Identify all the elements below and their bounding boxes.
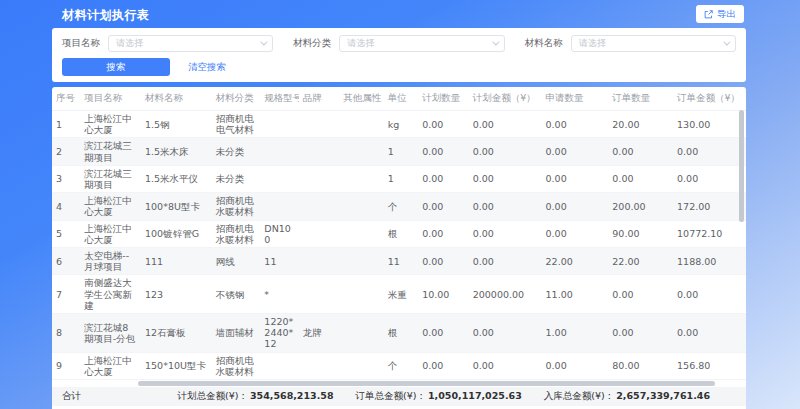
cell: 上海松江中心大厦 (80, 220, 141, 247)
table-panel: 序号项目名称材料名称材料分类规格型号品牌其他属性单位计划数量计划金额（¥）申请数… (52, 87, 746, 409)
column-header: 计划金额（¥） (469, 87, 542, 111)
page-title: 材料计划执行表 (62, 7, 150, 24)
cell: 111 (141, 248, 212, 275)
summary-total: 订单总金额(¥)：1,050,117,025.63 (356, 390, 522, 403)
cell: 根 (384, 314, 418, 353)
cell: 130.00 (673, 111, 746, 138)
cell: 网线 (212, 248, 261, 275)
summary-total: 计划总金额(¥)：354,568,213.58 (178, 390, 334, 403)
cell: 100*8U型卡 (141, 193, 212, 220)
cell: 1.5米木床 (141, 138, 212, 165)
summary-row: 合计 计划总金额(¥)：354,568,213.58 订单总金额(¥)：1,05… (52, 387, 746, 406)
export-icon (704, 10, 713, 19)
search-button[interactable]: 搜索 (62, 58, 170, 76)
table-row: 3滨江花城三期项目1.5米水平仪未分类10.000.000.000.000.00 (52, 165, 746, 192)
cell: 招商机电 水暖材料 (212, 193, 261, 220)
cell (339, 193, 384, 220)
cell: 0.00 (418, 248, 469, 275)
cell: 未分类 (212, 165, 261, 192)
cell: 0.00 (469, 248, 542, 275)
filter-select-2[interactable]: 请选择 (571, 35, 736, 52)
cell: 5 (52, 220, 80, 247)
filter-select-1[interactable]: 请选择 (339, 35, 504, 52)
table-row: 5上海松江中心大厦100镀锌管G招商机电 水暖材料DN100根0.000.000… (52, 220, 746, 247)
cell: 10772.10 (673, 220, 746, 247)
cell: 0.00 (418, 352, 469, 379)
cell: 0.00 (542, 138, 609, 165)
cell: 1.5米水平仪 (141, 165, 212, 192)
total-label: 订单总金额(¥)： (356, 390, 426, 401)
table-body: 1上海松江中心大厦1.5钢招商机电 电气材料kg0.000.000.0020.0… (52, 111, 746, 380)
cell: 0.00 (673, 314, 746, 353)
table-row: 7南侧盛达大学生公寓新建123不锈钢*米重10.00200000.0011.00… (52, 275, 746, 314)
cell: 22.00 (542, 248, 609, 275)
cell: 南侧盛达大学生公寓新建 (80, 275, 141, 314)
column-header: 订单数量 (608, 87, 673, 111)
cell: 太空电梯--月球项目 (80, 248, 141, 275)
cell: 0.00 (418, 193, 469, 220)
cell: 0.00 (418, 111, 469, 138)
cell (260, 193, 298, 220)
cell: 未分类 (212, 138, 261, 165)
column-header: 计划数量 (418, 87, 469, 111)
column-header: 序号 (52, 87, 80, 111)
cell: 滨江花城8期项目-分包 (80, 314, 141, 353)
cell: 0.00 (542, 220, 609, 247)
table-row: 8滨江花城8期项目-分包12石膏板墙面辅材1220*2440*12龙牌根0.00… (52, 314, 746, 353)
cell: kg (384, 111, 418, 138)
select-placeholder: 请选择 (579, 37, 606, 50)
cell: 1.5钢 (141, 111, 212, 138)
filter-select-0[interactable]: 请选择 (108, 35, 273, 52)
filter-group-1: 材料分类 请选择 (293, 35, 504, 52)
cell: 招商机电 电气材料 (212, 111, 261, 138)
cell (299, 352, 339, 379)
select-placeholder: 请选择 (116, 37, 143, 50)
filter-label: 项目名称 (62, 37, 100, 50)
chevron-down-icon (492, 39, 499, 46)
cell (260, 111, 298, 138)
cell: 1220*2440*12 (260, 314, 298, 353)
cell: 3 (52, 165, 80, 192)
cell: 1 (384, 138, 418, 165)
filter-panel: 项目名称 请选择 材料分类 请选择 材料名称 请选择 搜索 清空搜索 (52, 28, 746, 82)
column-header: 品牌 (299, 87, 339, 111)
vertical-scrollbar[interactable] (739, 110, 744, 222)
cell (339, 275, 384, 314)
cell: 墙面辅材 (212, 314, 261, 353)
horizontal-scrollbar-track (55, 381, 743, 386)
cell: 123 (141, 275, 212, 314)
cell (339, 352, 384, 379)
cell: 4 (52, 193, 80, 220)
cell: 10.00 (418, 275, 469, 314)
column-header: 规格型号 (260, 87, 298, 111)
clear-search-link[interactable]: 清空搜索 (188, 61, 226, 74)
cell: 172.00 (673, 193, 746, 220)
filter-row: 项目名称 请选择 材料分类 请选择 材料名称 请选择 (62, 35, 736, 52)
cell: 22.00 (608, 248, 673, 275)
cell: 0.00 (418, 220, 469, 247)
cell: 0.00 (469, 314, 542, 353)
cell (299, 193, 339, 220)
cell: 米重 (384, 275, 418, 314)
cell: 0.00 (469, 352, 542, 379)
total-value: 1,050,117,025.63 (428, 390, 522, 401)
cell: 上海松江中心大厦 (80, 352, 141, 379)
cell: 0.00 (673, 138, 746, 165)
cell (339, 138, 384, 165)
cell: 招商机电 水暖材料 (212, 352, 261, 379)
cell (339, 111, 384, 138)
table-row: 9上海松江中心大厦150*10U型卡招商机电 水暖材料个0.000.000.00… (52, 352, 746, 379)
materials-table: 序号项目名称材料名称材料分类规格型号品牌其他属性单位计划数量计划金额（¥）申请数… (52, 87, 746, 380)
summary-total: 入库总金额(¥)：2,657,339,761.46 (544, 390, 710, 403)
cell: 8 (52, 314, 80, 353)
export-button[interactable]: 导出 (696, 5, 744, 23)
column-header: 订单金额（¥） (673, 87, 746, 111)
total-label: 计划总金额(¥)： (178, 390, 248, 401)
cell: 100镀锌管G (141, 220, 212, 247)
cell: 根 (384, 220, 418, 247)
cell (299, 220, 339, 247)
cell: 个 (384, 352, 418, 379)
horizontal-scrollbar[interactable] (138, 381, 716, 386)
cell: 龙牌 (299, 314, 339, 353)
action-row: 搜索 清空搜索 (62, 58, 736, 76)
